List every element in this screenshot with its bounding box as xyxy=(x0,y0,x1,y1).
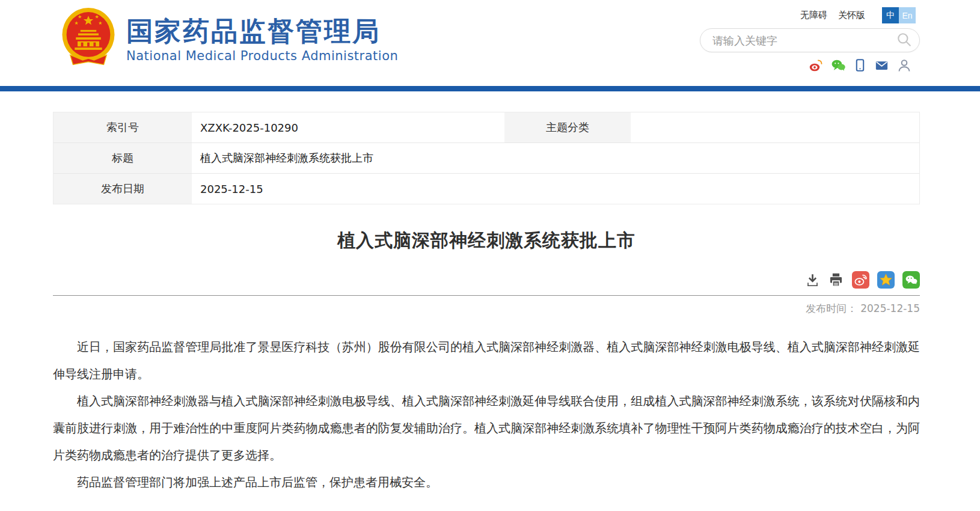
download-icon[interactable] xyxy=(805,272,820,287)
weibo-icon[interactable] xyxy=(809,58,823,73)
language-toggle: 中 En xyxy=(882,7,916,23)
header-social-row xyxy=(809,58,911,73)
meta-label-publish-date: 发布日期 xyxy=(54,174,192,204)
article-paragraph: 植入式脑深部神经刺激器与植入式脑深部神经刺激电极导线、植入式脑深部神经刺激延伸导… xyxy=(53,388,920,469)
article-paragraph: 药品监督管理部门将加强上述产品上市后监管，保护患者用械安全。 xyxy=(53,469,920,496)
meta-value-topic-category xyxy=(631,112,919,142)
user-icon[interactable] xyxy=(897,58,911,73)
weibo-share-icon[interactable] xyxy=(852,271,869,289)
email-icon[interactable] xyxy=(874,59,889,72)
meta-row-title: 标题 植入式脑深部神经刺激系统获批上市 xyxy=(54,142,919,173)
title-divider xyxy=(53,295,920,296)
document-meta-table: 索引号 XZXK-2025-10290 主题分类 标题 植入式脑深部神经刺激系统… xyxy=(53,112,920,204)
meta-row-publish-date: 发布日期 2025-12-15 xyxy=(54,173,919,204)
header-top-links: 无障碍 关怀版 中 En xyxy=(800,7,916,23)
qzone-share-icon[interactable] xyxy=(877,271,895,289)
meta-row-index: 索引号 XZXK-2025-10290 主题分类 xyxy=(54,112,919,142)
search-box xyxy=(700,28,920,52)
lang-en-button[interactable]: En xyxy=(899,7,916,23)
meta-value-title: 植入式脑深部神经刺激系统获批上市 xyxy=(192,143,919,173)
site-subtitle: National Medical Products Administration xyxy=(126,49,398,63)
site-logo-link[interactable]: 国家药品监督管理局 National Medical Products Admi… xyxy=(59,7,398,70)
national-emblem-icon xyxy=(59,7,118,70)
publish-time: 发布时间：2025-12-15 xyxy=(53,302,920,316)
meta-label-title: 标题 xyxy=(54,143,192,173)
article-paragraph: 近日，国家药品监督管理局批准了景昱医疗科技（苏州）股份有限公司的植入式脑深部神经… xyxy=(53,334,920,388)
publish-time-label: 发布时间： xyxy=(806,302,857,314)
search-button[interactable] xyxy=(894,32,919,49)
article-tools xyxy=(53,271,920,289)
accessibility-link[interactable]: 无障碍 xyxy=(800,10,827,21)
search-icon xyxy=(896,32,912,49)
care-version-link[interactable]: 关怀版 xyxy=(838,10,865,21)
site-title-block: 国家药品监督管理局 National Medical Products Admi… xyxy=(126,14,398,63)
search-input[interactable] xyxy=(712,34,894,47)
lang-zh-button[interactable]: 中 xyxy=(882,7,899,23)
wechat-icon[interactable] xyxy=(831,58,846,73)
meta-value-index-number: XZXK-2025-10290 xyxy=(192,112,504,142)
site-header: 国家药品监督管理局 National Medical Products Admi… xyxy=(0,0,980,86)
wechat-share-icon[interactable] xyxy=(902,271,920,289)
mobile-icon[interactable] xyxy=(854,58,866,72)
print-icon[interactable] xyxy=(828,272,844,288)
meta-label-index-number: 索引号 xyxy=(54,112,192,142)
meta-value-publish-date: 2025-12-15 xyxy=(192,174,919,204)
main-content: 索引号 XZXK-2025-10290 主题分类 标题 植入式脑深部神经刺激系统… xyxy=(53,112,920,496)
site-title: 国家药品监督管理局 xyxy=(126,14,398,47)
publish-time-value: 2025-12-15 xyxy=(860,302,920,314)
article-title: 植入式脑深部神经刺激系统获批上市 xyxy=(53,228,920,253)
header-divider-bar xyxy=(0,86,980,91)
page: 国家药品监督管理局 National Medical Products Admi… xyxy=(0,0,980,511)
meta-label-topic-category: 主题分类 xyxy=(504,112,631,142)
article-body: 近日，国家药品监督管理局批准了景昱医疗科技（苏州）股份有限公司的植入式脑深部神经… xyxy=(53,334,920,496)
